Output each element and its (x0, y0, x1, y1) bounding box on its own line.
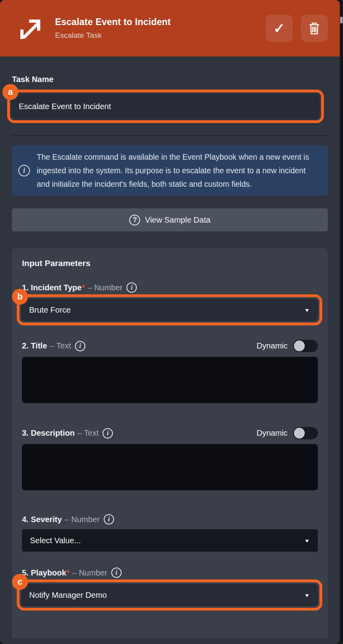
view-sample-data-button[interactable]: ? View Sample Data (12, 208, 328, 231)
title-textarea[interactable] (22, 357, 318, 403)
info-icon: i (18, 165, 30, 176)
dynamic-toggle-group: Dynamic (256, 427, 318, 439)
dialog-body: Task Name a i The Escalate command is av… (0, 75, 340, 231)
task-subtitle: Escalate Task (55, 31, 266, 40)
toggle-knob (294, 341, 305, 351)
annotation-highlight-a: a (7, 90, 324, 123)
incident-type-value: Brute Force (29, 305, 71, 315)
delete-button[interactable] (301, 15, 328, 42)
chevron-down-icon: ▼ (304, 307, 310, 313)
trash-icon (308, 22, 320, 35)
annotation-badge-b: b (12, 289, 28, 305)
param-info-icon[interactable]: i (75, 341, 85, 351)
required-marker: * (82, 283, 85, 292)
task-config-dialog: Escalate Event to Incident Escalate Task… (0, 0, 340, 644)
dynamic-label: Dynamic (256, 429, 288, 438)
task-name-input[interactable] (12, 94, 319, 119)
param-number: 4. (22, 515, 29, 524)
task-config-screen: Escalate Event to Incident Escalate Task… (0, 0, 343, 644)
param-incident-type-label: 1. Incident Type*– Number i (22, 282, 137, 293)
task-header: Escalate Event to Incident Escalate Task… (0, 0, 340, 57)
dynamic-label: Dynamic (256, 341, 288, 350)
param-name: Title (31, 341, 47, 350)
param-description-label: 3. Description– Text i (22, 428, 113, 438)
param-info-icon[interactable]: i (111, 568, 122, 578)
param-type: – Number (87, 283, 122, 292)
confirm-button[interactable]: ✓ (266, 15, 293, 42)
info-box-text: The Escalate command is available in the… (37, 150, 320, 191)
view-sample-data-label: View Sample Data (145, 215, 210, 225)
param-incident-type: 1. Incident Type*– Number i b Brute Forc… (22, 282, 318, 325)
task-title: Escalate Event to Incident (55, 17, 266, 27)
divider (12, 135, 328, 136)
annotation-badge-a: a (2, 84, 18, 100)
input-parameters-card: Input Parameters 1. Incident Type*– Numb… (12, 248, 328, 638)
param-playbook-label: 5. Playbook*– Number i (22, 568, 122, 578)
param-info-icon[interactable]: i (103, 428, 113, 438)
dynamic-toggle[interactable] (293, 427, 318, 439)
annotation-highlight-c: c Notify Manager Demo ▼ (17, 579, 322, 611)
playbook-select[interactable]: Notify Manager Demo ▼ (21, 584, 318, 606)
toggle-knob (294, 428, 305, 438)
chevron-down-icon: ▼ (304, 538, 310, 543)
severity-value: Select Value... (30, 536, 81, 545)
param-info-icon[interactable]: i (104, 514, 114, 525)
annotation-highlight-b: b Brute Force ▼ (17, 294, 322, 325)
incident-type-select[interactable]: Brute Force ▼ (21, 299, 318, 321)
param-type: – Number (65, 515, 100, 524)
param-title: 2. Title– Text i Dynamic (22, 340, 318, 403)
chevron-down-icon: ▼ (304, 592, 310, 598)
description-textarea[interactable] (22, 444, 318, 490)
input-parameters-title: Input Parameters (22, 258, 318, 268)
param-name: Playbook (31, 568, 66, 577)
dynamic-toggle-group: Dynamic (256, 340, 318, 352)
annotation-badge-c: c (12, 574, 28, 590)
param-number: 2. (22, 341, 29, 350)
param-severity: 4. Severity– Number i Select Value... ▼ (22, 514, 318, 552)
param-info-icon[interactable]: i (126, 282, 137, 293)
playbook-value: Notify Manager Demo (29, 591, 107, 600)
required-marker: * (66, 568, 69, 577)
info-box: i The Escalate command is available in t… (12, 145, 328, 196)
task-header-text: Escalate Event to Incident Escalate Task (55, 17, 266, 40)
dynamic-toggle[interactable] (293, 340, 318, 352)
param-name: Description (31, 429, 75, 438)
check-icon: ✓ (274, 22, 285, 35)
param-title-label: 2. Title– Text i (22, 341, 85, 351)
param-description: 3. Description– Text i Dynamic (22, 427, 318, 490)
param-playbook: 5. Playbook*– Number i c Notify Manager … (22, 568, 318, 611)
param-type: – Number (72, 568, 107, 577)
scrollbar-thumb[interactable] (340, 17, 343, 23)
question-icon: ? (129, 215, 140, 225)
param-type: – Text (77, 429, 99, 438)
param-number: 3. (22, 429, 29, 438)
param-severity-label: 4. Severity– Number i (22, 514, 114, 525)
scrollbar[interactable] (340, 0, 343, 644)
task-name-label: Task Name (12, 75, 328, 84)
escalate-arrow-icon (18, 16, 43, 41)
severity-select[interactable]: Select Value... ▼ (22, 529, 318, 552)
param-name: Severity (31, 515, 62, 524)
param-name: Incident Type (31, 283, 81, 292)
param-type: – Text (50, 341, 71, 350)
